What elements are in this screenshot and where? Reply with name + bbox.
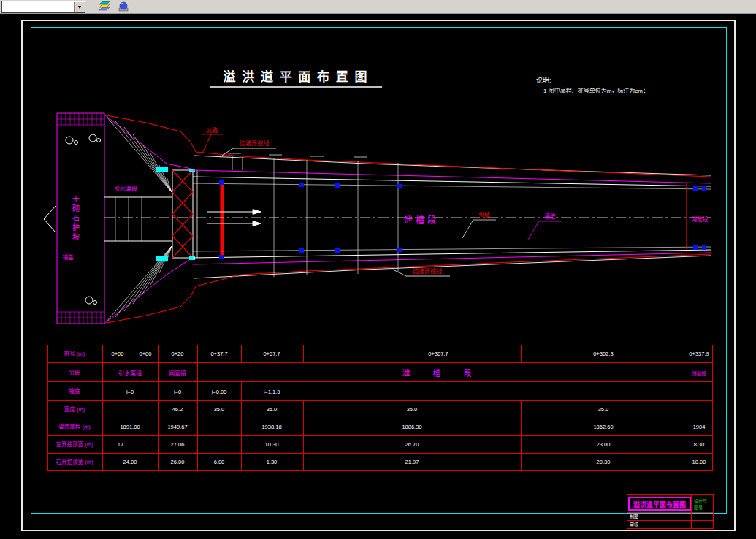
gate-pier-bottom (156, 256, 168, 261)
right-width-cell: 24.00 (123, 459, 137, 465)
elevation-cell: 1891.00 (120, 424, 140, 430)
left-width-cell: 26.70 (405, 441, 419, 448)
slope-cell: i=0.05 (212, 389, 227, 395)
row-label-station: 桩号 (m) (64, 350, 85, 357)
station-cell: 0+37.7 (210, 351, 227, 357)
render-icon-glyph (117, 1, 130, 12)
width-cell: 35.0 (407, 406, 418, 413)
chute-segment-label: 泄槽段 (404, 215, 439, 226)
row-label-width: 宽度 (m) (64, 405, 85, 413)
station-cell: 0+57.7 (263, 351, 280, 357)
slope-cell: i=1:1.5 (264, 389, 280, 395)
row-label-slope: 坡度 (69, 387, 80, 394)
right-width-cell: 10.00 (692, 459, 706, 465)
left-width-cell: 27.06 (171, 441, 185, 448)
gate-pier-top (156, 167, 168, 172)
width-cell: 35.0 (267, 406, 278, 413)
station-cell: 0+00 (140, 351, 152, 357)
left-width-cell: 17 (118, 441, 123, 448)
command-combobox[interactable]: ▼ (1, 1, 85, 13)
right-width-cell: 21.97 (405, 459, 419, 465)
road-label: 公路 (206, 126, 218, 134)
design-no-label: 设计号 (694, 498, 707, 504)
elevation-cell: 1886.30 (402, 424, 421, 430)
drafter-label: 制图 (630, 513, 638, 519)
left-width-cell: 8.30 (694, 441, 705, 448)
elevation-cell: 1949.67 (167, 424, 187, 430)
width-cell: 35.0 (598, 406, 609, 413)
station-cell: 0+302.3 (593, 351, 613, 357)
top-toolbar: ▼ (0, 0, 756, 14)
elevation-cell: 1904 (693, 424, 706, 430)
render-icon[interactable] (116, 1, 131, 12)
right-width-cell: 26.00 (171, 459, 185, 465)
apron-label: 铺盖 (63, 253, 74, 261)
intake-segment-label: 引水渠段 (114, 185, 137, 192)
right-width-cell: 1.30 (267, 459, 278, 465)
combo-dropdown-arrow-icon[interactable]: ▼ (74, 2, 85, 12)
segment-cell: 泄 槽 段 (402, 368, 481, 378)
left-width-cell: 10.30 (265, 441, 279, 448)
transverse-joint-label: 横缝 (545, 213, 556, 220)
gate-seat-bottom (189, 256, 195, 260)
cad-canvas[interactable]: 溢 洪 道 平 面 布 置 图 说明: 1 图中高程、桩号单位为m，标注为cm；… (0, 0, 756, 539)
segment-cell: 消能段 (692, 370, 706, 377)
row-label-elevation: 渠底高程 (m) (58, 423, 91, 430)
elevation-cell: 1938.18 (261, 424, 281, 430)
layers-icon[interactable] (97, 1, 112, 12)
slope-cell: i=0 (174, 389, 181, 395)
energy-segment-label: 消能段 (692, 215, 709, 223)
drawing-no-label: 图号 (694, 505, 703, 511)
row-label-segment: 分段 (69, 369, 80, 376)
segment-cell: 闸室段 (169, 370, 186, 377)
left-width-cell: 23.00 (597, 441, 611, 448)
station-cell: 0+00 (112, 351, 124, 357)
row-label-left-width: 左开挖顶宽 (m) (56, 440, 93, 448)
station-cell: 0+337.9 (689, 351, 709, 357)
notes-item: 1 图中高程、桩号单位为m，标注为cm； (543, 87, 649, 94)
longitudinal-joint-label: 纵缝 (479, 211, 490, 218)
slope-excavation-label-bottom: 边坡开挖线 (413, 267, 442, 275)
dry-masonry-label: 干砌石护坡 (72, 196, 80, 243)
right-width-cell: 6.00 (214, 459, 225, 465)
width-cell: 35.0 (214, 406, 225, 413)
drawing-title: 溢 洪 道 平 面 布 置 图 (223, 69, 368, 84)
station-cell: 0+307.7 (428, 351, 448, 357)
layers-icon-glyph (98, 1, 111, 12)
application-window: 溢 洪 道 平 面 布 置 图 说明: 1 图中高程、桩号单位为m，标注为cm；… (0, 0, 756, 539)
right-width-cell: 20.30 (597, 459, 611, 465)
elevation-cell: 1862.60 (593, 424, 613, 430)
row-label-right-width: 右开挖顶宽 (m) (56, 458, 93, 465)
segment-cell: 引水渠段 (118, 370, 142, 377)
width-cell: 46.2 (172, 406, 183, 413)
notes-heading: 说明: (536, 76, 551, 84)
station-cell: 0+20 (172, 351, 184, 357)
slope-excavation-label-top: 边坡开挖线 (240, 139, 269, 147)
slope-cell: i=0 (126, 389, 134, 395)
title-block-name: 溢洪道平面布置图 (633, 500, 686, 508)
reviewer-label: 审核 (630, 521, 638, 527)
